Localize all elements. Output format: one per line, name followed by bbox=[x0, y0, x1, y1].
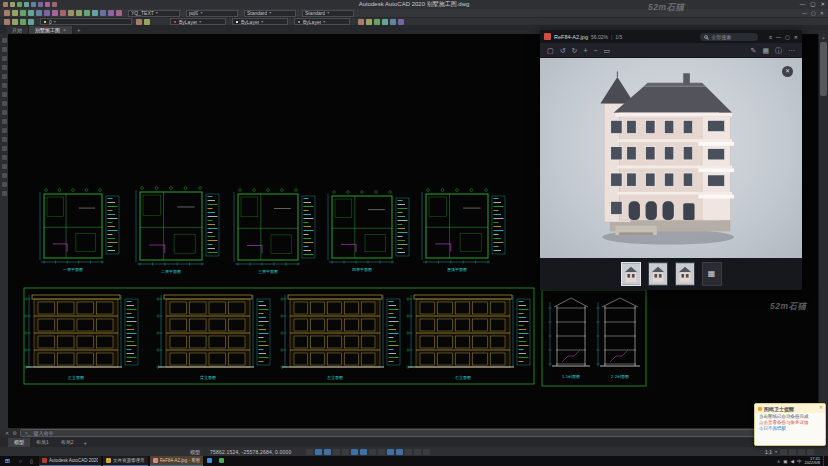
viewer-title-bar[interactable]: ReF84-A2.jpg 56.02% | 1/5 全部搜索 ≡—▢✕ bbox=[540, 30, 802, 43]
draw-tool-icon[interactable] bbox=[2, 56, 7, 61]
fit-window-icon[interactable]: ▭ bbox=[604, 47, 611, 54]
taskbar-app-button[interactable]: ReF84-A2.jpg - 看图 bbox=[150, 456, 204, 466]
draw-tool-icon[interactable] bbox=[2, 173, 7, 178]
status-toggle-icon[interactable] bbox=[405, 449, 412, 455]
status-toggle-icon[interactable] bbox=[351, 449, 358, 455]
elevation-drawing[interactable]: 正立面图 bbox=[25, 295, 138, 380]
zoom-realtime-icon[interactable] bbox=[100, 10, 106, 16]
viewer-search-box[interactable]: 全部搜索 bbox=[700, 33, 758, 41]
layer-isolate-icon[interactable] bbox=[20, 19, 26, 25]
status-tool-icon[interactable] bbox=[807, 449, 814, 455]
save-icon[interactable] bbox=[24, 2, 29, 7]
layout-tab-布局2[interactable]: 布局2 bbox=[55, 438, 80, 447]
draw-tool-icon[interactable] bbox=[2, 38, 7, 43]
layer-previous-icon[interactable] bbox=[144, 19, 150, 25]
undo-icon[interactable] bbox=[38, 2, 43, 7]
file-tab-开始[interactable]: 开始 bbox=[6, 26, 29, 34]
file-tab-别墅施工图[interactable]: 别墅施工图× bbox=[29, 26, 73, 34]
floor-plan-drawing[interactable]: 屋顶平面图 bbox=[422, 189, 505, 272]
draw-tool-icon[interactable] bbox=[2, 137, 7, 142]
status-tool-icon[interactable] bbox=[780, 449, 787, 455]
section-drawing[interactable]: 2-2剖面图 bbox=[597, 298, 641, 379]
new-icon[interactable] bbox=[10, 2, 15, 7]
minimize-button[interactable]: — bbox=[800, 0, 806, 9]
image-thumbnail[interactable]: ▦ bbox=[702, 262, 722, 286]
open-icon[interactable] bbox=[17, 2, 22, 7]
volume-icon[interactable]: ◀ bbox=[790, 459, 793, 464]
section-drawing[interactable]: 1-1剖面图 bbox=[549, 298, 591, 379]
floor-plan-drawing[interactable]: 一层平面图 bbox=[40, 189, 119, 272]
draw-tool-icon[interactable] bbox=[2, 110, 7, 115]
elevation-drawing[interactable]: 背立面图 bbox=[157, 295, 270, 380]
doc-minimize-button[interactable]: — bbox=[802, 10, 807, 16]
edit-icon[interactable]: ✎ bbox=[751, 47, 757, 54]
command-close-icon[interactable]: ✕ bbox=[5, 430, 9, 436]
undo-icon[interactable] bbox=[76, 10, 82, 16]
image-thumbnail[interactable] bbox=[648, 262, 668, 286]
elevation-drawing[interactable]: 右立面图 bbox=[407, 295, 530, 380]
command-customize-icon[interactable]: ⚙ bbox=[12, 430, 16, 436]
redo-icon[interactable] bbox=[45, 2, 50, 7]
plot-icon[interactable] bbox=[52, 2, 57, 7]
draw-tool-icon[interactable] bbox=[2, 182, 7, 187]
fullscreen-icon[interactable]: ▢ bbox=[547, 47, 554, 54]
close-button[interactable]: ✕ bbox=[820, 0, 825, 9]
command-input[interactable]: >_ 键入命令 bbox=[20, 429, 823, 437]
layer-combo[interactable]: 0 ▾ bbox=[40, 18, 132, 25]
taskbar-clock[interactable]: 17:41 2022/6/8 bbox=[804, 457, 820, 466]
ime-icon[interactable]: 中 bbox=[797, 459, 802, 464]
menu-button[interactable]: ≡ bbox=[769, 34, 772, 40]
tray-expand-icon[interactable]: ∧ bbox=[777, 459, 780, 464]
taskbar-app-button[interactable]: 文件资源管理器 bbox=[103, 456, 148, 466]
table-style-combo[interactable]: Standard ▾ bbox=[244, 10, 296, 17]
draw-tool-icon[interactable] bbox=[2, 191, 7, 196]
rotate-right-icon[interactable]: ↻ bbox=[572, 47, 578, 54]
copy-clip-icon[interactable] bbox=[52, 10, 58, 16]
scrollbar-thumb[interactable] bbox=[820, 42, 827, 96]
status-toggle-icon[interactable] bbox=[378, 449, 385, 455]
elevation-drawing[interactable]: 左立面图 bbox=[281, 295, 400, 380]
grid-view-icon[interactable]: ▦ bbox=[762, 47, 769, 54]
zoom-window-icon[interactable] bbox=[108, 10, 114, 16]
new-layout-button[interactable]: + bbox=[80, 440, 92, 446]
doc-close-button[interactable]: ✕ bbox=[820, 10, 824, 16]
status-toggle-icon[interactable] bbox=[369, 449, 376, 455]
status-toggle-icon[interactable] bbox=[333, 449, 340, 455]
paste-clip-icon[interactable] bbox=[60, 10, 66, 16]
zoom-extents-icon[interactable] bbox=[116, 10, 122, 16]
color-control-combo[interactable]: ByLayer ▾ bbox=[170, 18, 226, 25]
draw-tool-icon[interactable] bbox=[2, 155, 7, 160]
app-menu-icon[interactable] bbox=[3, 2, 8, 7]
status-toggle-icon[interactable] bbox=[360, 449, 367, 455]
doc-restore-button[interactable]: ▢ bbox=[811, 10, 816, 16]
make-object-layer-current-icon[interactable] bbox=[136, 19, 142, 25]
zoom-out-icon[interactable]: − bbox=[593, 47, 597, 54]
dim-style-combo[interactable]: pql0 ▾ bbox=[186, 10, 238, 17]
draw-tool-icon[interactable] bbox=[2, 146, 7, 151]
floor-plan-drawing[interactable]: 二层平面图 bbox=[136, 187, 219, 274]
dim-linear-icon[interactable] bbox=[358, 19, 364, 25]
plot-icon[interactable] bbox=[28, 10, 34, 16]
image-thumbnail[interactable] bbox=[621, 262, 641, 286]
rotate-left-icon[interactable]: ↺ bbox=[560, 47, 566, 54]
status-tool-icon[interactable] bbox=[789, 449, 796, 455]
table-icon[interactable] bbox=[382, 19, 388, 25]
mleader-style-combo[interactable]: Standard ▾ bbox=[302, 10, 354, 17]
status-toggle-icon[interactable] bbox=[414, 449, 421, 455]
status-toggle-icon[interactable] bbox=[396, 449, 403, 455]
draw-tool-icon[interactable] bbox=[2, 101, 7, 106]
popup-close-button[interactable]: ✕ bbox=[819, 405, 823, 410]
draw-tool-icon[interactable] bbox=[2, 164, 7, 169]
browser-icon[interactable] bbox=[203, 458, 215, 464]
linetype-control-combo[interactable]: ByLayer ▾ bbox=[232, 18, 288, 25]
print-icon[interactable] bbox=[31, 2, 36, 7]
overlay-close-button[interactable]: ✕ bbox=[782, 66, 793, 77]
annotation-scale-button[interactable]: 1:1 bbox=[765, 449, 772, 455]
search-icon[interactable]: ○ bbox=[15, 458, 26, 464]
measure-icon[interactable] bbox=[390, 19, 396, 25]
new-icon[interactable] bbox=[4, 10, 10, 16]
close-button[interactable]: ✕ bbox=[794, 34, 798, 40]
close-icon[interactable]: × bbox=[63, 27, 66, 33]
status-tool-icon[interactable] bbox=[798, 449, 805, 455]
image-thumbnail[interactable] bbox=[675, 262, 695, 286]
